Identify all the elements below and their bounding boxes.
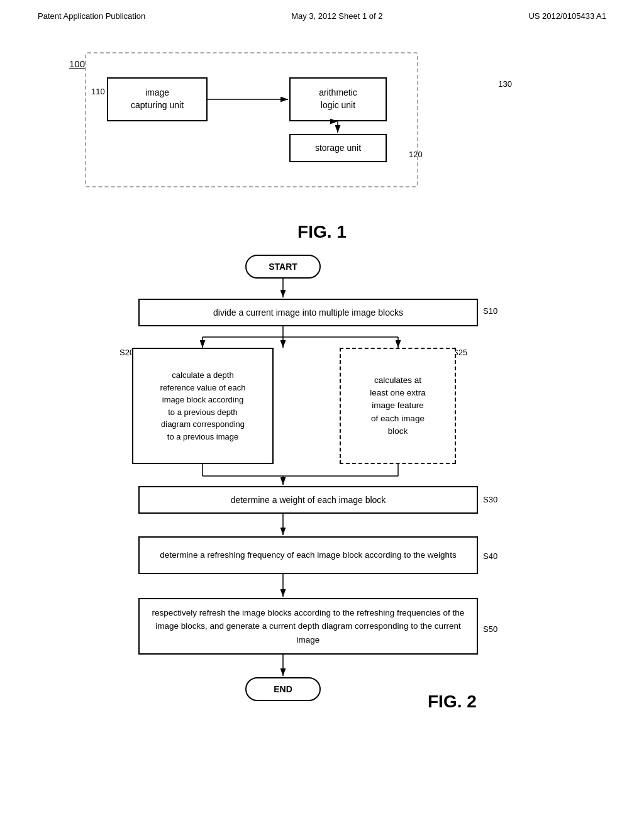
label-s50: S50: [483, 624, 497, 634]
header-left: Patent Application Publication: [38, 11, 145, 21]
box-s20: calculate a depth reference value of eac…: [132, 348, 274, 464]
group-100-border: [85, 52, 418, 187]
label-s10: S10: [483, 306, 497, 316]
box-s10: divide a current image into multiple ima…: [138, 299, 478, 326]
box-s50: respectively refresh the image blocks ac…: [138, 598, 478, 655]
fig2-diagram: START divide a current image into multip…: [50, 255, 594, 770]
header-right: US 2012/0105433 A1: [528, 11, 606, 21]
box-s40: determine a refreshing frequency of each…: [138, 536, 478, 574]
fig1-diagram: 100 110 image capturing unit 130 arithme…: [50, 40, 594, 216]
label-s40: S40: [483, 551, 497, 561]
box-s25: calculates at least one extra image feat…: [340, 348, 456, 464]
label-100: 100: [69, 58, 85, 69]
label-s30: S30: [483, 495, 497, 504]
end-node: END: [245, 677, 321, 701]
fig2-title: FIG. 2: [428, 692, 477, 712]
start-node: START: [245, 255, 321, 279]
box-s30: determine a weight of each image block: [138, 486, 478, 514]
page-header: Patent Application Publication May 3, 20…: [0, 0, 644, 27]
fig1-title: FIG. 1: [50, 222, 594, 242]
label-130: 130: [498, 79, 512, 89]
header-middle: May 3, 2012 Sheet 1 of 2: [291, 11, 382, 21]
